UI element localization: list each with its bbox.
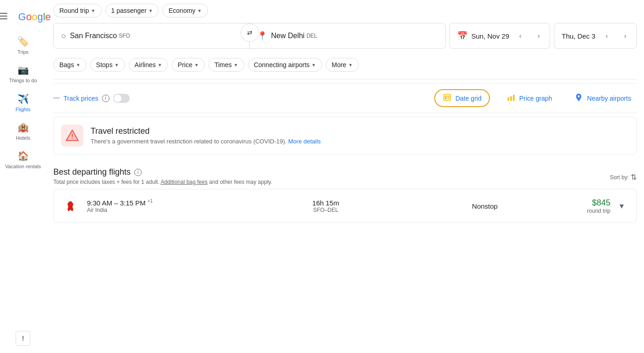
flight-duration: 16h 15m SFO–DEL: [246, 199, 405, 213]
flight-time-range: 9:30 AM – 3:15 PM +1: [87, 199, 246, 207]
depart-date-field[interactable]: 📅 Sun, Nov 29 ‹ ›: [449, 23, 550, 49]
feedback-button[interactable]: !: [16, 331, 30, 346]
travel-restriction-banner: Travel restricted There's a government t…: [53, 117, 637, 154]
price-filter[interactable]: Price ▼: [172, 58, 205, 72]
sort-label: Sort by:: [610, 174, 629, 181]
nearby-airports-label: Nearby airports: [587, 95, 631, 102]
track-prices-info-icon[interactable]: i: [102, 95, 109, 102]
return-prev-button[interactable]: ‹: [599, 28, 614, 43]
destination-city: New Delhi: [271, 32, 305, 40]
airline-logo: [61, 197, 80, 215]
date-grid-button[interactable]: Date grid: [434, 89, 490, 107]
feedback-icon: !: [22, 335, 24, 342]
restriction-more-details-link[interactable]: More details: [288, 138, 321, 145]
connecting-airports-arrow-icon: ▼: [311, 63, 316, 68]
main-content: Round trip ▼ 1 passenger ▼ Economy ▼ ○: [46, 0, 644, 353]
sort-row: Sort by: ⇅: [610, 173, 637, 182]
trips-icon: 🏷️: [17, 36, 29, 47]
swap-airports-button[interactable]: ⇄: [241, 23, 259, 42]
nearby-airports-button[interactable]: Nearby airports: [569, 89, 637, 107]
sidebar-item-flights[interactable]: ✈️ Flights: [5, 90, 41, 116]
additional-fees-suffix: and other fees may apply.: [209, 179, 272, 185]
sidebar-item-flights-label: Flights: [16, 106, 30, 113]
connecting-airports-filter[interactable]: Connecting airports ▼: [248, 58, 322, 72]
airline-name: Air India: [87, 207, 246, 213]
calendar-icon: 📅: [457, 31, 467, 41]
sidebar-item-vacation-rentals[interactable]: 🏠 Vacation rentals: [5, 147, 41, 173]
view-controls-row: 〰 Track prices i: [53, 83, 637, 113]
origin-field[interactable]: ○ San Francisco SFO: [54, 23, 250, 48]
class-dropdown[interactable]: Economy ▼: [162, 4, 207, 17]
return-date-field[interactable]: Thu, Dec 3 ‹ ›: [554, 23, 637, 49]
google-logo: Google: [11, 9, 51, 23]
times-filter[interactable]: Times ▼: [208, 58, 244, 72]
passengers-arrow-icon: ▼: [149, 8, 153, 13]
depart-date-text: Sun, Nov 29: [471, 32, 509, 40]
price-graph-label: Price graph: [519, 95, 552, 102]
airlines-filter-label: Airlines: [135, 61, 156, 68]
flights-section: Best departing flights i Total price inc…: [53, 158, 637, 227]
depart-prev-button[interactable]: ‹: [513, 28, 528, 43]
day-modifier: +1: [148, 199, 153, 204]
trip-type-label: Round trip: [59, 7, 89, 14]
svg-rect-4: [448, 97, 449, 99]
section-title: Best departing flights i: [53, 167, 272, 177]
flight-stops: Nonstop: [405, 202, 564, 210]
svg-point-9: [578, 95, 580, 97]
swap-icon: ⇄: [247, 29, 253, 36]
passengers-dropdown[interactable]: 1 passenger ▼: [105, 4, 159, 17]
origin-circle-icon: ○: [61, 31, 66, 41]
airlines-arrow-icon: ▼: [157, 63, 162, 68]
more-filter[interactable]: More ▼: [326, 58, 359, 72]
class-label: Economy: [168, 7, 195, 14]
svg-rect-6: [510, 97, 512, 101]
sidebar-item-things-to-do-label: Things to do: [9, 77, 37, 84]
search-fields-row: ○ San Francisco SFO ⇄ 📍 New Delhi DEL: [53, 23, 637, 49]
destination-field[interactable]: 📍 New Delhi DEL: [250, 23, 445, 48]
stops-filter-label: Stops: [96, 61, 113, 68]
price-graph-icon: [506, 93, 516, 103]
sidebar-item-hotels[interactable]: 🏨 Hotels: [5, 118, 41, 145]
trip-type-dropdown[interactable]: Round trip ▼: [53, 4, 102, 17]
sidebar-item-things-to-do[interactable]: 📷 Things to do: [5, 61, 41, 87]
depart-time: 9:30 AM – 3:15 PM: [87, 199, 146, 207]
duration-time: 16h 15m: [246, 199, 405, 207]
date-grid-icon: [443, 93, 452, 103]
svg-rect-3: [445, 97, 447, 99]
track-prices-graph-icon: 〰: [53, 95, 60, 102]
flight-price: $845 round trip: [564, 198, 610, 214]
svg-rect-8: [508, 97, 509, 98]
airlines-filter[interactable]: Airlines ▼: [129, 58, 168, 72]
times-filter-label: Times: [214, 61, 232, 68]
origin-city: San Francisco: [70, 32, 117, 40]
bags-filter[interactable]: Bags ▼: [53, 58, 86, 72]
duration-route: SFO–DEL: [246, 207, 405, 213]
svg-rect-7: [513, 95, 514, 101]
svg-point-11: [72, 138, 73, 139]
restriction-title: Travel restricted: [91, 126, 321, 136]
sidebar-top: Google: [0, 4, 46, 30]
additional-fees-link[interactable]: Additional bag fees: [161, 179, 207, 185]
flight-card[interactable]: 9:30 AM – 3:15 PM +1 Air India 16h 15m S…: [53, 189, 637, 223]
origin-dest-container: ○ San Francisco SFO ⇄ 📍 New Delhi DEL: [53, 23, 446, 49]
sidebar-item-trips[interactable]: 🏷️ Trips: [5, 32, 41, 59]
bags-filter-label: Bags: [59, 61, 74, 68]
times-arrow-icon: ▼: [234, 63, 238, 68]
trip-controls-row: Round trip ▼ 1 passenger ▼ Economy ▼: [53, 0, 637, 23]
sort-icon[interactable]: ⇅: [631, 173, 637, 182]
restriction-content: Travel restricted There's a government t…: [91, 126, 321, 145]
track-prices-toggle[interactable]: [113, 94, 130, 103]
price-graph-button[interactable]: Price graph: [501, 89, 558, 107]
stops-filter[interactable]: Stops ▼: [90, 58, 125, 72]
origin-code: SFO: [119, 33, 130, 39]
return-next-button[interactable]: ›: [618, 28, 632, 43]
hamburger-menu-button[interactable]: [0, 9, 11, 23]
section-info-icon[interactable]: i: [134, 169, 142, 176]
restriction-text: There's a government travel restriction …: [91, 138, 321, 145]
date-fields: 📅 Sun, Nov 29 ‹ › Thu, Dec 3 ‹ ›: [449, 23, 637, 49]
expand-flight-button[interactable]: ▾: [614, 199, 629, 213]
sidebar-item-hotels-label: Hotels: [16, 135, 30, 141]
depart-next-button[interactable]: ›: [531, 28, 546, 43]
track-prices-label: Track prices: [63, 95, 98, 102]
more-filter-label: More: [332, 61, 346, 68]
